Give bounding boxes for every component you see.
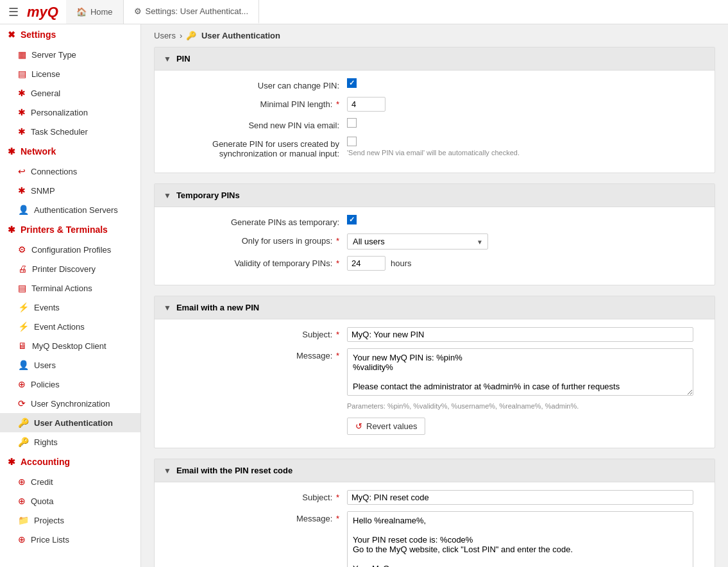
sidebar: ✖ Settings ▦ Server Type ▤ License ✱ Gen…: [0, 24, 141, 567]
sidebar-item-terminal-actions[interactable]: ▤ Terminal Actions: [0, 278, 140, 298]
email-pin-reset-message-textarea[interactable]: Hello %realname%, Your PIN reset code is…: [347, 511, 693, 567]
connections-icon: ↩: [18, 166, 26, 176]
breadcrumb-parent: Users: [154, 31, 176, 40]
generate-temp-checkbox[interactable]: [347, 215, 357, 224]
temporary-pins-header[interactable]: ▼ Temporary PINs: [155, 184, 715, 207]
send-new-pin-email-checkbox[interactable]: [347, 118, 357, 128]
sidebar-item-task-scheduler-label: Task Scheduler: [31, 127, 88, 137]
user-can-change-pin-checkbox[interactable]: [347, 78, 357, 88]
sidebar-item-users[interactable]: 👤 Users: [0, 355, 140, 375]
menu-button[interactable]: ☰: [0, 0, 27, 24]
minimal-pin-length-label: Minimal PIN length: *: [167, 97, 347, 109]
generate-pin-label: Generate PIN for users created by synchr…: [167, 137, 347, 158]
server-type-icon: ▦: [18, 49, 26, 60]
sidebar-item-config-profiles[interactable]: ⚙ Configuration Profiles: [0, 240, 140, 259]
sidebar-network-label: Network: [21, 146, 56, 157]
sidebar-item-rights-label: Rights: [34, 437, 58, 447]
email-pin-reset-message-label: Message: *: [167, 511, 347, 523]
validity-row: Validity of temporary PINs: * hours: [167, 256, 702, 271]
email-pin-reset-chevron-icon: ▼: [164, 466, 171, 475]
sidebar-printers-header[interactable]: ✱ Printers & Terminals: [0, 219, 140, 240]
event-actions-icon: ⚡: [18, 321, 29, 332]
pin-chevron-icon: ▼: [164, 55, 171, 63]
email-new-pin-form-body: Subject: * Message: * Your: [155, 319, 715, 448]
rights-icon: 🔑: [18, 437, 29, 447]
validity-label: Validity of temporary PINs: *: [167, 256, 347, 268]
sidebar-item-user-auth[interactable]: 🔑 User Authentication: [0, 413, 140, 432]
events-icon: ⚡: [18, 302, 29, 312]
groups-select[interactable]: All users: [347, 233, 488, 250]
sidebar-item-policies[interactable]: ⊕ Policies: [0, 375, 140, 394]
email-new-pin-subject-input[interactable]: [347, 327, 693, 342]
generate-pin-checkbox[interactable]: [347, 137, 357, 146]
sidebar-item-task-scheduler[interactable]: ✱ Task Scheduler: [0, 122, 140, 141]
reset-subject-required-star: *: [336, 493, 339, 502]
email-pin-reset-header[interactable]: ▼ Email with the PIN reset code: [155, 459, 715, 482]
email-new-pin-params: Parameters: %pin%, %validity%, %username…: [167, 402, 702, 410]
email-pin-reset-form-body: Subject: * Message: * Hell: [155, 482, 715, 567]
email-new-pin-message-textarea[interactable]: Your new MyQ PIN is: %pin% %validity% Pl…: [347, 348, 693, 396]
sidebar-item-rights[interactable]: 🔑 Rights: [0, 432, 140, 452]
revert-icon: ↺: [355, 421, 362, 431]
minimal-pin-required-star: *: [336, 99, 339, 109]
home-icon: 🏠: [76, 7, 87, 17]
sidebar-item-snmp[interactable]: ✱ SNMP: [0, 181, 140, 200]
email-new-pin-message-row: Message: * Your new MyQ PIN is: %pin% %v…: [167, 348, 702, 396]
sidebar-accounting-label: Accounting: [21, 457, 70, 467]
email-pin-reset-subject-row: Subject: *: [167, 490, 702, 505]
hours-label: hours: [391, 258, 412, 268]
email-new-pin-message-control: Your new MyQ PIN is: %pin% %validity% Pl…: [347, 348, 702, 396]
policies-icon: ⊕: [18, 379, 26, 389]
sidebar-item-price-lists-label: Price Lists: [31, 535, 69, 545]
sidebar-item-printer-discovery[interactable]: 🖨 Printer Discovery: [0, 259, 140, 278]
network-icon: ✱: [8, 146, 15, 157]
sidebar-item-personalization[interactable]: ✱ Personalization: [0, 103, 140, 122]
email-pin-reset-message-control: Hello %realname%, Your PIN reset code is…: [347, 511, 702, 567]
generate-pin-hint: 'Send new PIN via email' will be automat…: [347, 149, 520, 157]
sidebar-item-general[interactable]: ✱ General: [0, 83, 140, 103]
sidebar-item-auth-servers[interactable]: 👤 Authentication Servers: [0, 200, 140, 219]
sidebar-item-connections-label: Connections: [31, 167, 77, 176]
user-auth-icon: 🔑: [18, 418, 29, 428]
sidebar-item-myq-desktop[interactable]: 🖥 MyQ Desktop Client: [0, 336, 140, 355]
subject-required-star: *: [336, 330, 339, 339]
sidebar-accounting-header[interactable]: ✱ Accounting: [0, 452, 140, 472]
email-pin-reset-message-row: Message: * Hello %realname%, Your PIN re…: [167, 511, 702, 567]
email-new-pin-header[interactable]: ▼ Email with a new PIN: [155, 296, 715, 319]
sidebar-item-event-actions[interactable]: ⚡ Event Actions: [0, 317, 140, 336]
sidebar-item-projects[interactable]: 📁 Projects: [0, 511, 140, 530]
email-pin-reset-subject-input[interactable]: [347, 490, 693, 505]
tab-home[interactable]: 🏠 Home: [66, 0, 124, 24]
breadcrumb: Users › 🔑 User Authentication: [141, 24, 728, 47]
settings-icon: ✖: [8, 30, 15, 40]
price-lists-icon: ⊕: [18, 534, 26, 545]
validity-input[interactable]: [347, 256, 385, 271]
sidebar-item-connections[interactable]: ↩ Connections: [0, 162, 140, 181]
auth-servers-icon: 👤: [18, 205, 29, 215]
user-can-change-pin-control: [347, 78, 702, 88]
projects-icon: 📁: [18, 515, 29, 525]
breadcrumb-icon: 🔑: [186, 31, 196, 40]
generate-pin-control: 'Send new PIN via email' will be automat…: [347, 137, 702, 157]
only-for-groups-control: All users: [347, 233, 702, 250]
sidebar-item-user-sync[interactable]: ⟳ User Synchronization: [0, 394, 140, 413]
email-new-pin-section: ▼ Email with a new PIN Subject: *: [154, 296, 715, 448]
pin-section-header[interactable]: ▼ PIN: [155, 47, 715, 71]
sidebar-item-quota[interactable]: ⊕ Quota: [0, 491, 140, 511]
sidebar-item-general-label: General: [31, 89, 60, 98]
sidebar-network-header[interactable]: ✱ Network: [0, 141, 140, 162]
sidebar-item-server-type[interactable]: ▦ Server Type: [0, 45, 140, 64]
generate-pin-row: Generate PIN for users created by synchr…: [167, 137, 702, 158]
sidebar-item-events[interactable]: ⚡ Events: [0, 298, 140, 317]
sidebar-item-license[interactable]: ▤ License: [0, 64, 140, 83]
temporary-pins-section: ▼ Temporary PINs Generate PINs as tempor…: [154, 183, 715, 285]
sidebar-item-price-lists[interactable]: ⊕ Price Lists: [0, 530, 140, 549]
tab-settings[interactable]: ⚙ Settings: User Authenticat...: [124, 0, 259, 24]
sidebar-item-credit[interactable]: ⊕ Credit: [0, 472, 140, 491]
settings-tab-icon: ⚙: [134, 6, 142, 16]
sidebar-settings-header[interactable]: ✖ Settings: [0, 24, 140, 45]
email-new-pin-revert-button[interactable]: ↺ Revert values: [347, 418, 425, 435]
pin-section-title: PIN: [176, 54, 190, 63]
user-sync-icon: ⟳: [18, 398, 26, 409]
minimal-pin-length-input[interactable]: [347, 97, 385, 112]
